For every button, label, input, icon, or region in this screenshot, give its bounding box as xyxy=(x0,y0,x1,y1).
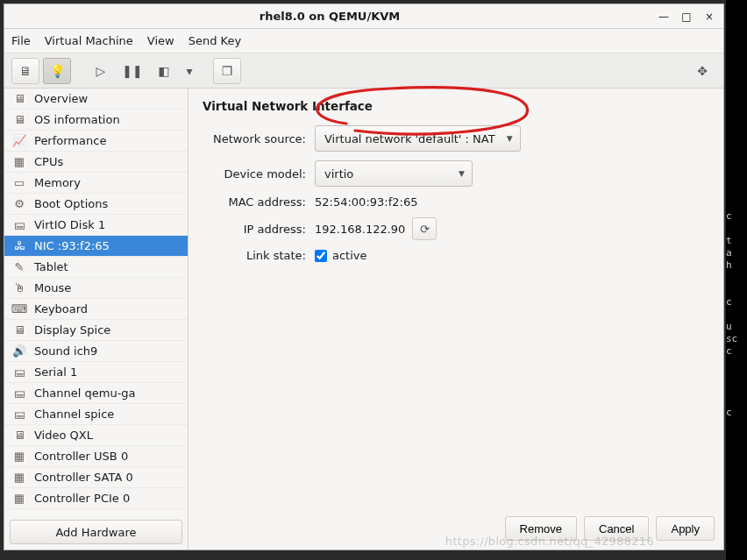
mac-address-value: 52:54:00:93:f2:65 xyxy=(315,195,417,209)
refresh-ip-button[interactable]: ⟳ xyxy=(412,217,437,240)
hardware-list[interactable]: 🖥Overview 🖥OS information 📈Performance ▦… xyxy=(4,89,188,514)
cpu-icon: ▦ xyxy=(10,154,29,170)
sidebar-item-disk[interactable]: 🖴VirtIO Disk 1 xyxy=(4,215,188,236)
shutdown-button[interactable]: ◧ xyxy=(150,58,178,84)
network-source-label: Network source: xyxy=(203,132,315,145)
controller-icon: ▦ xyxy=(10,470,29,486)
sidebar-item-nic[interactable]: 🖧NIC :93:f2:65 xyxy=(4,236,188,257)
menu-virtual-machine[interactable]: Virtual Machine xyxy=(45,34,133,47)
titlebar[interactable]: rhel8.0 on QEMU/KVM — □ × xyxy=(4,4,723,29)
sidebar-item-display[interactable]: 🖥Display Spice xyxy=(4,320,188,341)
toolbar: 🖥 💡 ▷ ❚❚ ◧ ▾ ❐ ✥ xyxy=(4,53,723,89)
detail-heading: Virtual Network Interface xyxy=(203,99,709,113)
controller-icon: ▦ xyxy=(10,449,29,464)
minimize-button[interactable]: — xyxy=(655,8,672,25)
gear-icon: ⚙ xyxy=(10,196,29,212)
maximize-button[interactable]: □ xyxy=(678,8,695,25)
refresh-icon: ⟳ xyxy=(420,223,430,236)
sidebar-item-mouse[interactable]: 🖱Mouse xyxy=(4,278,188,299)
disk-icon: 🖴 xyxy=(10,217,29,233)
close-button[interactable]: × xyxy=(701,8,718,25)
monitor-icon: 🖥 xyxy=(10,91,29,107)
chevron-down-icon: ▼ xyxy=(459,169,465,178)
sidebar-item-boot-options[interactable]: ⚙Boot Options xyxy=(4,194,188,215)
vm-manager-window: rhel8.0 on QEMU/KVM — □ × File Virtual M… xyxy=(4,4,724,550)
details-button[interactable]: 💡 xyxy=(43,58,71,84)
keyboard-icon: ⌨ xyxy=(10,301,29,317)
memory-icon: ▭ xyxy=(10,175,29,191)
monitor-icon: 🖥 xyxy=(10,112,29,128)
shutdown-menu-button[interactable]: ▾ xyxy=(181,58,197,84)
sidebar-item-cpus[interactable]: ▦CPUs xyxy=(4,152,188,173)
chevron-down-icon: ▾ xyxy=(186,64,192,78)
window-title: rhel8.0 on QEMU/KVM xyxy=(10,10,650,23)
sidebar-item-sound[interactable]: 🔊Sound ich9 xyxy=(4,341,188,362)
sidebar-item-controller-pcie[interactable]: ▦Controller PCIe 0 xyxy=(4,488,188,509)
sidebar-item-memory[interactable]: ▭Memory xyxy=(4,173,188,194)
menubar: File Virtual Machine View Send Key xyxy=(4,29,723,53)
detail-pane: Virtual Network Interface Network source… xyxy=(189,89,723,549)
run-button[interactable]: ▷ xyxy=(87,58,115,84)
sidebar-item-video[interactable]: 🖥Video QXL xyxy=(4,425,188,446)
mouse-icon: 🖱 xyxy=(10,280,29,296)
sidebar-item-serial[interactable]: 🖴Serial 1 xyxy=(4,362,188,383)
link-state-checkbox[interactable] xyxy=(315,250,327,262)
sidebar-item-channel-spice[interactable]: 🖴Channel spice xyxy=(4,404,188,425)
mac-address-label: MAC address: xyxy=(203,195,315,209)
menu-file[interactable]: File xyxy=(11,34,31,47)
display-icon: 🖥 xyxy=(10,323,29,338)
network-source-combo[interactable]: Virtual network 'default' : NAT ▼ xyxy=(315,125,521,152)
sidebar-item-tablet[interactable]: ✎Tablet xyxy=(4,257,188,278)
watermark: https://blog.csdn.net/qq_42988216 xyxy=(445,535,654,548)
sidebar-item-channel-qemu-ga[interactable]: 🖴Channel qemu-ga xyxy=(4,383,188,404)
sidebar-item-performance[interactable]: 📈Performance xyxy=(4,131,188,152)
info-icon: 💡 xyxy=(50,64,65,78)
channel-icon: 🖴 xyxy=(10,407,29,422)
pause-button[interactable]: ❚❚ xyxy=(118,58,146,84)
hardware-sidebar: 🖥Overview 🖥OS information 📈Performance ▦… xyxy=(4,89,189,549)
fullscreen-button[interactable]: ✥ xyxy=(688,58,716,84)
monitor-icon: 🖥 xyxy=(19,64,32,78)
pause-icon: ❚❚ xyxy=(122,64,142,78)
network-icon: 🖧 xyxy=(10,238,29,254)
controller-icon: ▦ xyxy=(10,491,29,507)
menu-view[interactable]: View xyxy=(147,34,174,47)
chevron-down-icon: ▼ xyxy=(507,134,513,143)
tablet-icon: ✎ xyxy=(10,259,29,275)
power-icon: ◧ xyxy=(158,64,169,78)
chart-icon: 📈 xyxy=(10,133,29,149)
snapshot-icon: ❐ xyxy=(222,64,233,78)
serial-icon: 🖴 xyxy=(10,365,29,380)
device-model-combo[interactable]: virtio ▼ xyxy=(315,160,473,187)
apply-button[interactable]: Apply xyxy=(656,516,715,541)
snapshots-button[interactable]: ❐ xyxy=(213,58,241,84)
add-hardware-button[interactable]: Add Hardware xyxy=(10,520,182,544)
speaker-icon: 🔊 xyxy=(10,344,29,359)
ip-address-label: IP address: xyxy=(203,223,315,236)
menu-send-key[interactable]: Send Key xyxy=(189,34,241,47)
sidebar-item-os-info[interactable]: 🖥OS information xyxy=(4,110,188,131)
channel-icon: 🖴 xyxy=(10,386,29,401)
ip-address-value: 192.168.122.90 xyxy=(315,223,405,236)
play-icon: ▷ xyxy=(96,64,106,78)
link-state-label: Link state: xyxy=(203,249,315,262)
expand-icon: ✥ xyxy=(697,64,708,78)
terminal-gutter: ctahcusccc xyxy=(726,0,747,560)
sidebar-item-overview[interactable]: 🖥Overview xyxy=(4,89,188,110)
sidebar-item-controller-sata[interactable]: ▦Controller SATA 0 xyxy=(4,467,188,488)
sidebar-item-keyboard[interactable]: ⌨Keyboard xyxy=(4,299,188,320)
video-icon: 🖥 xyxy=(10,428,29,443)
console-button[interactable]: 🖥 xyxy=(11,58,39,84)
device-model-label: Device model: xyxy=(203,167,315,181)
sidebar-item-controller-usb[interactable]: ▦Controller USB 0 xyxy=(4,446,188,467)
link-state-checkbox-wrap[interactable]: active xyxy=(315,249,367,262)
